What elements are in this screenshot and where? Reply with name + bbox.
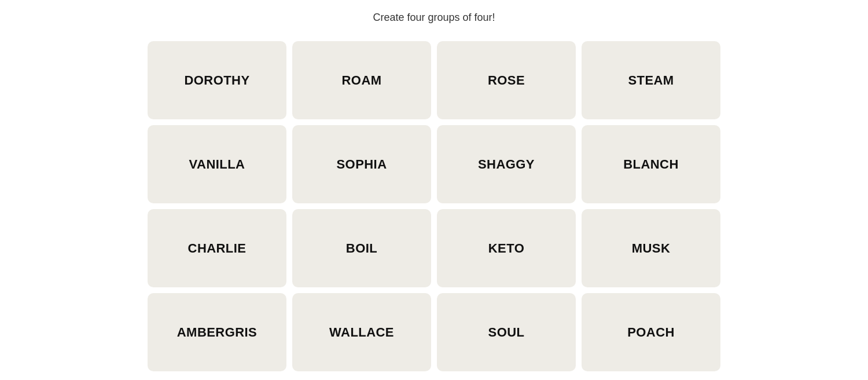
tile-label-vanilla: VANILLA <box>189 157 245 172</box>
tile-musk[interactable]: MUSK <box>582 209 720 287</box>
tile-rose[interactable]: ROSE <box>437 41 576 119</box>
tile-label-ambergris: AMBERGRIS <box>177 325 257 340</box>
tile-label-sophia: SOPHIA <box>337 157 387 172</box>
tile-dorothy[interactable]: DOROTHY <box>148 41 286 119</box>
tile-keto[interactable]: KETO <box>437 209 576 287</box>
tile-label-shaggy: SHAGGY <box>478 157 535 172</box>
tile-label-soul: SOUL <box>488 325 525 340</box>
tile-shaggy[interactable]: SHAGGY <box>437 125 576 203</box>
tile-roam[interactable]: ROAM <box>292 41 431 119</box>
tile-label-boil: BOIL <box>346 241 377 256</box>
tile-boil[interactable]: BOIL <box>292 209 431 287</box>
tile-label-blanch: BLANCH <box>623 157 679 172</box>
tile-blanch[interactable]: BLANCH <box>582 125 720 203</box>
tile-charlie[interactable]: CHARLIE <box>148 209 286 287</box>
tile-ambergris[interactable]: AMBERGRIS <box>148 293 286 371</box>
tile-label-rose: ROSE <box>488 73 525 88</box>
tile-grid: DOROTHYROAMROSESTEAMVANILLASOPHIASHAGGYB… <box>148 41 720 371</box>
tile-label-keto: KETO <box>488 241 524 256</box>
tile-poach[interactable]: POACH <box>582 293 720 371</box>
tile-label-poach: POACH <box>627 325 675 340</box>
tile-vanilla[interactable]: VANILLA <box>148 125 286 203</box>
game-subtitle: Create four groups of four! <box>373 12 495 24</box>
tile-label-steam: STEAM <box>628 73 674 88</box>
tile-wallace[interactable]: WALLACE <box>292 293 431 371</box>
tile-sophia[interactable]: SOPHIA <box>292 125 431 203</box>
tile-steam[interactable]: STEAM <box>582 41 720 119</box>
tile-label-musk: MUSK <box>632 241 671 256</box>
tile-soul[interactable]: SOUL <box>437 293 576 371</box>
tile-label-roam: ROAM <box>342 73 382 88</box>
tile-label-wallace: WALLACE <box>329 325 394 340</box>
tile-label-charlie: CHARLIE <box>188 241 247 256</box>
tile-label-dorothy: DOROTHY <box>184 73 249 88</box>
